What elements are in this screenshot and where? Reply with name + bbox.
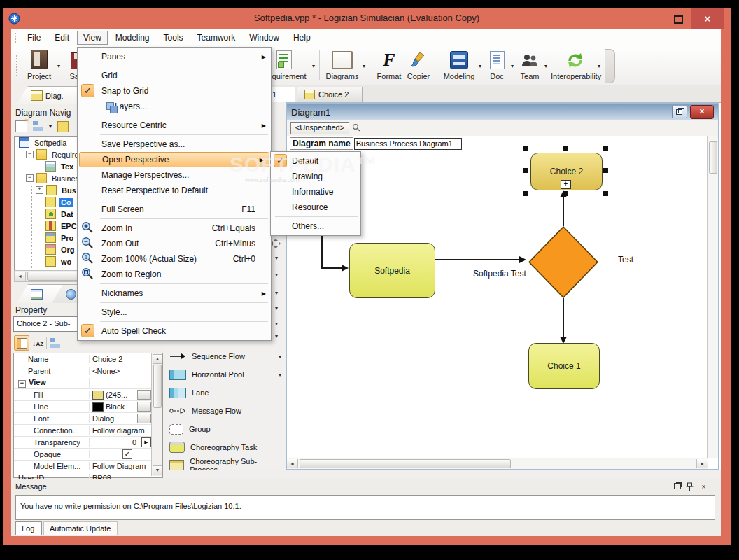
collapse-icon[interactable]: − (26, 174, 34, 182)
menu-item-manage-perspectives[interactable]: Manage Perspectives... (78, 167, 271, 183)
diagram-window-titlebar[interactable]: Diagram1 (287, 104, 718, 120)
menu-item-open-perspective[interactable]: Open Perspective ▶ (79, 152, 269, 167)
menu-tools[interactable]: Tools (157, 31, 190, 45)
selection-handle[interactable] (603, 191, 608, 196)
connector-gateway-to-choice1[interactable] (563, 298, 564, 337)
scrollbar-thumb[interactable] (153, 365, 162, 408)
palette-item-caret-icon[interactable]: ▾ (275, 272, 278, 278)
toolbar-copier-button[interactable]: Copier (403, 48, 434, 83)
stereotype-dropdown[interactable]: <Unspecified> (290, 122, 349, 134)
toolbar-diagrams-button[interactable]: Diagrams (323, 48, 361, 83)
property-row-transparency[interactable]: Transparency 0▶ (14, 437, 162, 449)
gateway-diamond[interactable] (528, 226, 598, 298)
menu-item-style[interactable]: Style... (78, 304, 271, 320)
flow-label[interactable]: Softpedia Test (473, 269, 526, 279)
line-browse-button[interactable]: ... (137, 402, 151, 412)
property-vscrollbar[interactable]: ▲ ▼ (151, 354, 162, 476)
gateway-label[interactable]: Test (618, 255, 633, 265)
toolbar-format-button[interactable]: F Format (374, 48, 404, 83)
submenu-item-drawing[interactable]: Drawing (271, 169, 360, 184)
new-diagram-icon[interactable] (15, 120, 27, 132)
menu-file[interactable]: File (21, 31, 47, 45)
font-browse-button[interactable]: ... (137, 414, 151, 424)
property-row[interactable]: Connection... Follow diagram (14, 425, 162, 437)
menu-window[interactable]: Window (243, 31, 286, 45)
diagram-name-input[interactable] (354, 138, 462, 150)
menu-item-snap-to-grid[interactable]: ✓ Snap to Grid (78, 83, 271, 99)
palette-choreography-task[interactable]: Choreography Task (169, 440, 281, 455)
submenu-item-default[interactable]: ✓ Default (271, 153, 360, 169)
node-softpedia[interactable]: Softpedia (349, 243, 435, 298)
menu-item-reset-perspective[interactable]: Reset Perspective to Default (78, 183, 271, 198)
maximize-button[interactable] (666, 8, 690, 29)
title-bar[interactable]: Softpedia.vpp * - Logizian Simulacian (E… (3, 8, 731, 29)
toolbar-project-button[interactable]: Project (17, 48, 62, 83)
project-caret-icon[interactable]: ▾ (57, 63, 60, 69)
navigator-extra-icon[interactable] (57, 121, 69, 132)
pin-icon[interactable] (685, 482, 694, 491)
scroll-right-icon[interactable]: ► (696, 459, 708, 468)
selection-handle[interactable] (603, 146, 608, 150)
tab-log[interactable]: Log (15, 522, 42, 536)
scroll-left-icon[interactable]: ◄ (15, 272, 26, 281)
toolbar-team-button[interactable]: Team (516, 48, 543, 83)
menu-item-full-screen[interactable]: Full Screen F11 (78, 202, 271, 217)
close-panel-icon[interactable]: × (699, 482, 708, 491)
scroll-left-icon[interactable]: ◄ (287, 459, 298, 468)
palette-message-flow[interactable]: Message Flow (169, 403, 281, 419)
diagram-restore-button[interactable] (672, 106, 687, 118)
fill-browse-button[interactable]: ... (137, 390, 151, 400)
menu-item-nicknames[interactable]: Nicknames ▶ (78, 286, 271, 301)
property-row-line[interactable]: Line Black... (14, 401, 162, 413)
menu-view[interactable]: View (77, 31, 108, 45)
toolbar-doc-button[interactable]: Doc (484, 48, 509, 83)
tab-choice-2[interactable]: Choice 2 (297, 87, 363, 102)
diagram-close-button[interactable]: × (690, 105, 714, 119)
interoperability-caret-icon[interactable]: ▾ (598, 63, 600, 69)
palette-item-caret-icon[interactable]: ▾ (275, 333, 278, 340)
menu-item-panes[interactable]: Panes ▶ (78, 49, 271, 64)
requirement-caret-icon[interactable]: ▾ (312, 63, 315, 69)
toolbar-modeling-button[interactable]: Modeling (441, 48, 477, 83)
minimize-button[interactable]: – (640, 8, 663, 29)
selection-handle[interactable] (523, 168, 528, 173)
palette-item-caret-icon[interactable]: ▾ (279, 354, 281, 360)
connector-gateway-to-choice2[interactable] (563, 197, 564, 226)
diagram-hscrollbar[interactable]: ◄ ► (287, 458, 708, 469)
diagram-vscrollbar[interactable] (707, 136, 718, 458)
subprocess-plus-marker[interactable]: + (561, 180, 571, 189)
expand-icon[interactable]: + (36, 186, 43, 194)
doc-caret-icon[interactable]: ▾ (511, 63, 514, 69)
palette-sequence-flow[interactable]: Sequence Flow ▾ (169, 349, 281, 364)
menu-teamwork[interactable]: Teamwork (191, 31, 242, 45)
menu-item-zoom-100[interactable]: 1 Zoom 100% (Actual Size) Ctrl+0 (78, 251, 271, 267)
submenu-item-resource[interactable]: Resource (271, 200, 360, 215)
menu-edit[interactable]: Edit (48, 31, 76, 45)
palette-item-caret-icon[interactable]: ▾ (279, 372, 281, 378)
menu-help[interactable]: Help (287, 31, 317, 45)
diagrams-caret-icon[interactable]: ▾ (363, 63, 365, 69)
property-row-fill[interactable]: Fill (245...... (14, 389, 162, 401)
scroll-up-icon[interactable]: ▲ (153, 354, 162, 364)
menu-item-save-perspective-as[interactable]: Save Perspective as... (78, 136, 271, 152)
connector-softpedia-to-gateway[interactable] (435, 259, 520, 260)
collapse-icon[interactable]: − (26, 150, 34, 158)
palette-item-caret-icon[interactable]: ▾ (275, 290, 278, 296)
submenu-item-others[interactable]: Others... (271, 218, 360, 234)
collapse-icon[interactable]: − (18, 380, 26, 388)
team-caret-icon[interactable]: ▾ (544, 63, 547, 69)
tab-automatic-update[interactable]: Automatic Update (43, 522, 118, 536)
opaque-checkbox[interactable]: ✓ (122, 449, 132, 459)
sort-button[interactable]: ↓AZ (32, 339, 43, 347)
palette-splitter-icon[interactable] (270, 238, 281, 249)
selection-handle[interactable] (523, 146, 528, 150)
show-hierarchy-icon[interactable] (50, 338, 60, 349)
palette-lane[interactable]: Lane (169, 385, 281, 400)
scrollbar-thumb[interactable] (300, 459, 511, 468)
palette-item-caret-icon[interactable]: ▾ (275, 255, 278, 261)
property-row-font[interactable]: Font Dialog... (14, 413, 162, 425)
connector-incoming-horizontal[interactable] (321, 267, 342, 269)
menu-item-layers[interactable]: Layers... (78, 99, 271, 114)
menu-item-zoom-in[interactable]: Zoom In Ctrl+Equals (78, 220, 271, 236)
menu-item-zoom-to-region[interactable]: Zoom to Region (78, 267, 271, 282)
